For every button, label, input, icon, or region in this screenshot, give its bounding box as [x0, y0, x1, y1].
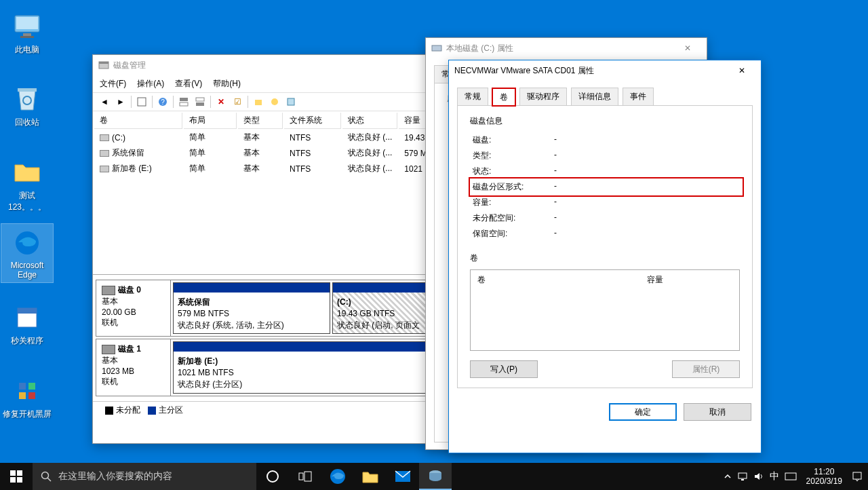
tab-details[interactable]: 详细信息 — [571, 88, 618, 105]
info-unallocated: 未分配空间:- — [473, 210, 740, 226]
properties-button: 属性(R) — [672, 360, 740, 378]
tab-events[interactable]: 事件 — [623, 88, 654, 105]
layout-top-icon[interactable] — [176, 94, 191, 109]
tab-driver[interactable]: 驱动程序 — [519, 88, 567, 105]
cancel-button[interactable]: 取消 — [684, 403, 751, 421]
titlebar[interactable]: 本地磁盘 (C:) 属性 ✕ — [426, 38, 707, 58]
close-button[interactable]: ✕ — [674, 38, 701, 58]
desktop-icon-this-pc[interactable]: 此电脑 — [1, 10, 53, 56]
svg-rect-25 — [432, 45, 441, 51]
svg-rect-21 — [196, 102, 204, 106]
recycle-bin-icon — [11, 83, 43, 115]
action-icon[interactable] — [267, 94, 282, 109]
ok-button[interactable]: 确定 — [609, 403, 677, 421]
svg-rect-26 — [10, 470, 16, 476]
col-status[interactable]: 状态 — [342, 113, 397, 129]
taskbar-explorer-icon[interactable] — [354, 463, 387, 490]
disk-icon — [102, 345, 115, 354]
view-icon[interactable] — [134, 94, 149, 109]
tab-volumes[interactable]: 卷 — [492, 88, 515, 106]
task-view-icon[interactable] — [289, 463, 321, 490]
tray-ime-indicator[interactable]: 中 — [770, 470, 779, 483]
refresh-icon[interactable] — [251, 94, 266, 109]
partition-system-reserved[interactable]: 系统保留579 MB NTFS状态良好 (系统, 活动, 主分区) — [173, 282, 330, 334]
volumes-listbox[interactable]: 卷 容量 — [470, 269, 740, 351]
svg-rect-43 — [853, 472, 861, 479]
settings-icon — [11, 375, 43, 407]
tray-keyboard-icon[interactable] — [785, 472, 797, 480]
menu-file[interactable]: 文件(F) — [100, 78, 126, 90]
info-status: 状态:- — [473, 164, 740, 179]
device-properties-window[interactable]: NECVMWar VMware SATA CD01 属性 ✕ 常规 卷 驱动程序… — [448, 60, 762, 453]
close-button[interactable]: ✕ — [728, 60, 755, 81]
program-icon — [11, 301, 43, 334]
info-capacity: 容量:- — [473, 195, 740, 210]
menu-action[interactable]: 操作(A) — [137, 78, 164, 90]
svg-rect-1 — [16, 17, 38, 29]
tabstrip: 常规 卷 驱动程序 详细信息 事件 — [449, 81, 761, 105]
forward-icon[interactable]: ► — [113, 94, 128, 109]
desktop-icon-repair-boot[interactable]: 修复开机黑屏 — [1, 375, 53, 420]
taskbar: 在这里输入你要搜索的内容 中 11:202020/3/19 — [0, 463, 868, 490]
cortana-icon[interactable] — [256, 463, 289, 490]
taskbar-mail-icon[interactable] — [387, 463, 419, 490]
tab-panel-volumes: 磁盘信息 磁盘:- 类型:- 状态:- 磁盘分区形式:- 容量:- 未分配空间:… — [457, 105, 753, 388]
col-layout[interactable]: 布局 — [184, 113, 237, 129]
menu-view[interactable]: 查看(V) — [175, 78, 202, 90]
desktop-icon-seconds-close[interactable]: 秒关程序 — [1, 301, 53, 347]
check-icon[interactable]: ☑ — [230, 94, 245, 109]
help-icon[interactable]: ? — [155, 94, 170, 109]
svg-rect-20 — [196, 98, 204, 101]
info-reserved: 保留空间:- — [473, 226, 740, 242]
window-title: 本地磁盘 (C:) 属性 — [446, 43, 513, 54]
tray-chevron-up-icon[interactable] — [724, 472, 732, 480]
svg-rect-39 — [741, 479, 744, 480]
titlebar[interactable]: NECVMWar VMware SATA CD01 属性 ✕ — [449, 60, 761, 81]
svg-text:?: ? — [161, 98, 165, 106]
col-capacity: 容量 — [647, 274, 663, 286]
info-partition-style: 磁盘分区形式:- — [470, 178, 743, 195]
svg-point-23 — [271, 98, 278, 105]
desktop-icon-recycle-bin[interactable]: 回收站 — [1, 83, 53, 128]
menu-help[interactable]: 帮助(H) — [213, 78, 241, 90]
disk-icon — [102, 286, 115, 295]
desktop-icon-folder-test[interactable]: 测试123。。。 — [1, 156, 53, 213]
svg-point-32 — [267, 471, 278, 482]
svg-rect-40 — [785, 473, 796, 480]
tray-clock[interactable]: 11:202020/3/19 — [802, 467, 846, 487]
taskbar-edge-icon[interactable] — [321, 463, 354, 490]
svg-rect-14 — [99, 62, 108, 64]
col-filesystem[interactable]: 文件系统 — [284, 113, 341, 129]
tray-volume-icon[interactable] — [753, 472, 764, 481]
col-type[interactable]: 类型 — [238, 113, 283, 129]
svg-rect-33 — [299, 473, 303, 480]
window-title: 磁盘管理 — [113, 60, 146, 71]
svg-rect-3 — [20, 36, 34, 38]
layout-bottom-icon[interactable] — [193, 94, 208, 109]
svg-rect-29 — [17, 477, 22, 483]
svg-rect-34 — [304, 472, 311, 481]
taskbar-diskmgmt-icon[interactable] — [419, 463, 452, 490]
desktop-icon-label: 回收站 — [1, 117, 53, 128]
desktop-icon-edge[interactable]: Microsoft Edge — [1, 224, 53, 282]
start-button[interactable] — [0, 463, 33, 490]
tray-notifications-icon[interactable] — [852, 471, 863, 482]
tray-network-icon[interactable] — [737, 472, 748, 481]
svg-rect-10 — [28, 383, 35, 390]
search-icon — [41, 471, 52, 482]
col-volume[interactable]: 卷 — [94, 113, 182, 129]
search-box[interactable]: 在这里输入你要搜索的内容 — [33, 463, 256, 490]
write-button[interactable]: 写入(P) — [470, 360, 538, 378]
svg-rect-24 — [288, 98, 294, 105]
svg-rect-9 — [19, 383, 26, 390]
svg-rect-2 — [23, 33, 31, 36]
props-icon[interactable] — [283, 94, 298, 109]
back-icon[interactable]: ◄ — [97, 94, 112, 109]
desktop-icon-label: 修复开机黑屏 — [1, 409, 53, 420]
svg-rect-8 — [18, 308, 37, 314]
drive-icon — [431, 43, 442, 54]
section-volumes: 卷 — [470, 252, 740, 264]
svg-rect-27 — [17, 470, 22, 476]
tab-general[interactable]: 常规 — [457, 88, 488, 105]
delete-icon[interactable]: ✕ — [214, 94, 229, 109]
